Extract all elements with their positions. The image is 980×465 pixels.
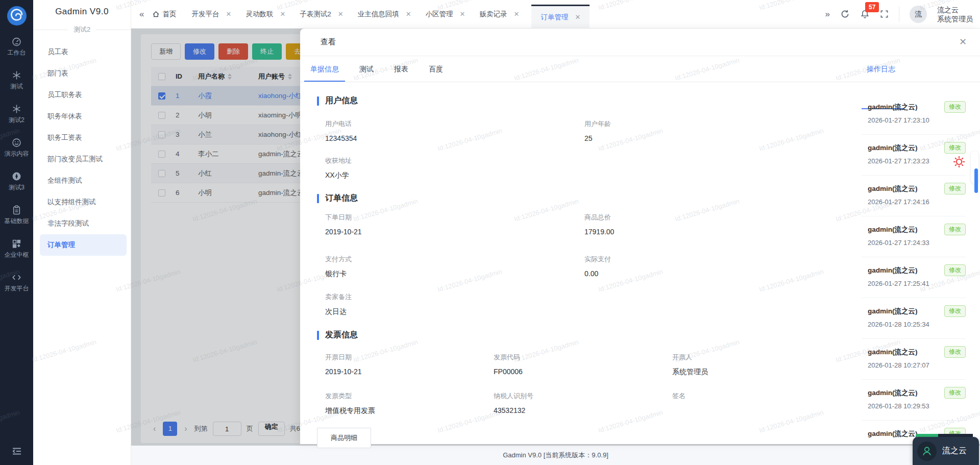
rail-item-devplatform[interactable]: 开发平台	[0, 273, 33, 306]
tab-community-mgmt[interactable]: 小区管理✕	[426, 10, 465, 19]
refresh-icon[interactable]	[840, 9, 850, 19]
close-tab-icon[interactable]: ✕	[226, 10, 231, 18]
tab-devplatform[interactable]: 开发平台✕	[191, 10, 231, 19]
field-delivery-address: 收获地址 XX小学	[325, 156, 584, 180]
menu-item-illegal-field-test[interactable]: 非法字段测试	[33, 213, 131, 234]
close-tab-icon[interactable]: ✕	[338, 10, 344, 18]
operation-log-tab[interactable]: 操作日志	[862, 56, 895, 82]
close-tab-icon[interactable]: ✕	[575, 13, 580, 21]
menu-item-employee-duty-table[interactable]: 员工职务表	[33, 84, 131, 106]
section-title-order-info: 订单信息	[317, 193, 358, 204]
log-action-badge: 修改	[944, 224, 966, 235]
rail-item-test3[interactable]: 测试3	[0, 172, 33, 205]
product-detail-subtab[interactable]: 商品明细	[317, 428, 371, 448]
log-time: 2026-01-27 17:24:16	[868, 198, 966, 206]
log-time: 2026-01-27 17:24:33	[868, 239, 966, 247]
close-tab-icon[interactable]: ✕	[406, 10, 411, 18]
tab-subtable-test2[interactable]: 子表测试2✕	[300, 10, 343, 19]
operation-log-panel: gadmin(流之云)修改 2026-01-27 17:23:10 gadmin…	[862, 82, 966, 444]
log-user: gadmin(流之云)	[868, 429, 918, 438]
drawer-tab-baidu[interactable]: 百度	[429, 56, 443, 82]
log-user: gadmin(流之云)	[868, 348, 918, 357]
view-drawer: 查看 ✕ 单据信息 测试 报表 百度 操作日志 用户信息 用户电话 123453…	[300, 29, 980, 444]
rail-item-basedata[interactable]: 基础数据	[0, 205, 33, 239]
tab-lingdong[interactable]: 灵动数联✕	[246, 10, 285, 19]
field-payment-method: 支付方式 银行卡	[325, 255, 584, 278]
scroll-tabs-right-icon[interactable]: »	[825, 9, 830, 19]
close-tab-icon[interactable]: ✕	[514, 10, 520, 18]
log-user: gadmin(流之云)	[868, 388, 918, 398]
menu-item-duty-leave-table[interactable]: 职务年休表	[33, 106, 131, 127]
divider	[899, 7, 899, 22]
log-user: gadmin(流之云)	[868, 184, 918, 193]
notification-bell-icon[interactable]: 57	[860, 9, 870, 19]
tab-order-management-active[interactable]: 订单管理✕	[531, 5, 590, 28]
drawer-tabs: 单据信息 测试 报表 百度	[310, 56, 443, 82]
rail-item-test[interactable]: 测试	[0, 70, 33, 104]
log-time: 2026-01-28 10:27:07	[868, 361, 966, 369]
tab-sales-records[interactable]: 贩卖记录✕	[480, 10, 520, 19]
menu-item-dept-change-test[interactable]: 部门改变员工测试	[33, 149, 131, 170]
footer-version-text: Gadmin V9.0 [当前系统版本：9.0.9]	[503, 451, 608, 460]
field-row: 收获地址 XX小学	[325, 156, 852, 180]
field-total-price: 商品总价 17919.00	[584, 213, 852, 236]
field-row: 下单日期 2019-10-21 商品总价 17919.00	[325, 213, 852, 236]
field-taxpayer-id: 纳税人识别号 43532132	[494, 391, 672, 415]
field-row: 发票类型 增值税专用发票 纳税人识别号 43532132 签名	[325, 391, 852, 415]
drawer-title: 查看	[321, 37, 336, 47]
log-user: gadmin(流之云)	[868, 103, 918, 112]
menu-item-duty-salary-table[interactable]: 职务工资表	[33, 127, 131, 149]
snowflake-icon	[12, 70, 21, 80]
log-user: gadmin(流之云)	[868, 143, 918, 153]
field-row: 开票日期 2019-10-21 发票代码 FP00006 开票人 系统管理员	[325, 353, 852, 376]
close-tab-icon[interactable]: ✕	[280, 10, 285, 18]
drawer-header: 查看 ✕	[300, 29, 980, 56]
rail-item-demo[interactable]: 演示内容	[0, 138, 33, 172]
tab-home[interactable]: 首页	[152, 10, 176, 19]
notification-count-badge: 57	[865, 2, 879, 12]
rail-item-workbench[interactable]: 工作台	[0, 37, 33, 70]
log-time: 2026-01-27 17:23:23	[868, 157, 966, 165]
app-logo[interactable]	[0, 0, 33, 26]
code-icon	[12, 273, 21, 282]
log-time: 2026-01-27 17:25:41	[868, 280, 966, 287]
theme-settings-gear-icon[interactable]	[952, 155, 966, 170]
field-invoice-type: 发票类型 增值税专用发票	[325, 391, 494, 415]
field-row: 用户电话 12345354 用户年龄 25	[325, 119, 852, 143]
logo-swirl-icon	[7, 6, 27, 26]
icon-rail: 工作台 测试 测试2 演示内容	[0, 0, 33, 465]
scroll-tabs-left-icon[interactable]: «	[131, 9, 150, 19]
close-drawer-icon[interactable]: ✕	[959, 36, 967, 47]
rail-item-label: 测试2	[9, 116, 24, 124]
field-user-age: 用户年龄 25	[584, 119, 852, 143]
drawer-tab-test[interactable]: 测试	[359, 56, 374, 82]
rail-item-test2[interactable]: 测试2	[0, 104, 33, 138]
chat-card[interactable]: 流之云	[913, 437, 979, 465]
menu-item-all-components-test[interactable]: 全组件测试	[33, 170, 131, 191]
user-avatar[interactable]: 流	[910, 6, 927, 23]
menu-item-supported-components-test[interactable]: 以支持组件测试	[33, 191, 131, 213]
rail-item-label: 基础数据	[5, 217, 29, 225]
chat-widget[interactable]: 流之云	[913, 434, 979, 465]
log-action-badge: 修改	[944, 305, 966, 317]
section-title-invoice-info: 发票信息	[317, 330, 358, 340]
field-invoice-issuer: 开票人 系统管理员	[672, 353, 852, 376]
user-info[interactable]: 流之云 系统管理员	[937, 5, 973, 23]
tab-owner-info[interactable]: 业主信息回填✕	[358, 10, 411, 19]
compass-icon	[12, 172, 21, 181]
log-time: 2026-01-27 17:23:10	[868, 116, 966, 124]
menu-item-department-table[interactable]: 部门表	[33, 63, 131, 84]
menu-item-employee-table[interactable]: 员工表	[33, 41, 131, 63]
fullscreen-icon[interactable]	[880, 10, 889, 18]
log-entry: gadmin(流之云)修改 2026-01-27 17:23:23	[862, 135, 966, 176]
menu-item-order-management[interactable]: 订单管理	[40, 234, 127, 256]
drawer-tab-report[interactable]: 报表	[394, 56, 408, 82]
rail-item-enterprise[interactable]: 企业中枢	[0, 239, 33, 273]
log-user: gadmin(流之云)	[868, 266, 918, 275]
close-tab-icon[interactable]: ✕	[460, 10, 465, 18]
scrollbar-thumb[interactable]	[974, 168, 978, 193]
log-action-badge: 修改	[944, 387, 966, 399]
drawer-tab-document-info[interactable]: 单据信息	[310, 56, 339, 82]
collapse-sidebar-icon[interactable]	[0, 446, 33, 457]
rail-item-label: 测试3	[9, 184, 24, 191]
